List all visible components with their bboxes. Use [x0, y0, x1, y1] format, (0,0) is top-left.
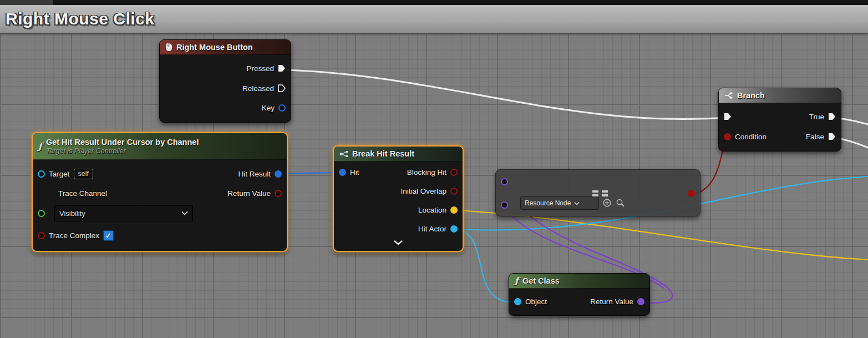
data-pin-trace-channel[interactable]	[38, 210, 45, 217]
window-top-segment	[0, 0, 53, 5]
equals-icon	[592, 189, 609, 197]
pin-label-initial-overlap: Initial Overlap	[400, 187, 446, 195]
pin-label-hit-actor: Hit Actor	[418, 225, 446, 233]
pin-label-location: Location	[418, 206, 446, 214]
data-pin-key[interactable]	[278, 104, 286, 112]
exec-pin-true[interactable]	[828, 113, 836, 120]
pin-label-target: Target	[49, 170, 70, 178]
node-header[interactable]: ƒ Get Hit Result Under Cursor by Channel…	[33, 133, 287, 160]
class-pin-input-b[interactable]	[501, 201, 508, 209]
mouse-icon	[165, 43, 172, 52]
data-pin-hit[interactable]	[339, 169, 346, 176]
exec-pin-pressed[interactable]	[278, 64, 286, 72]
trace-channel-value: Visibility	[59, 209, 85, 218]
trace-complex-checkbox[interactable]: ✓	[103, 230, 114, 241]
self-reference-box[interactable]: self	[74, 169, 93, 179]
data-pin-return-value[interactable]	[275, 190, 282, 197]
checkmark-icon: ✓	[105, 232, 111, 239]
graph-title-bar: Right Mouse Click	[0, 5, 868, 33]
graph-title: Right Mouse Click	[0, 9, 155, 28]
exec-pin-input[interactable]	[724, 113, 732, 120]
node-equal-class[interactable]: Resource Node	[495, 169, 701, 216]
node-right-mouse-button[interactable]: Right Mouse Button Pressed Released Key	[159, 39, 291, 123]
node-get-class[interactable]: ƒ Get Class Object Return Value	[509, 273, 650, 316]
data-pin-hit-actor[interactable]	[450, 225, 458, 233]
chevron-down-icon	[181, 211, 188, 215]
pin-label-trace-complex: Trace Complex	[49, 231, 99, 240]
node-title: Right Mouse Button	[176, 43, 253, 52]
pin-label-blocking-hit: Blocking Hit	[407, 168, 446, 176]
pin-label-hit-result: Hit Result	[238, 170, 271, 178]
node-header[interactable]: Right Mouse Button	[160, 40, 291, 55]
node-title: Get Hit Result Under Cursor by Channel	[46, 138, 199, 147]
function-icon: ƒ	[515, 277, 519, 285]
use-selected-asset-icon[interactable]	[602, 198, 612, 208]
data-pin-object[interactable]	[514, 298, 521, 305]
data-pin-hit-result[interactable]	[275, 170, 282, 178]
pin-label-true: True	[809, 113, 824, 121]
pin-label-pressed: Pressed	[246, 64, 274, 73]
data-pin-initial-overlap[interactable]	[450, 188, 458, 195]
node-header[interactable]: ƒ Get Class	[509, 274, 649, 289]
data-pin-location[interactable]	[450, 206, 458, 214]
node-title: Break Hit Result	[352, 149, 414, 158]
pin-label-false: False	[806, 133, 824, 141]
break-struct-icon	[339, 150, 348, 158]
pin-label-key: Key	[262, 104, 275, 112]
pin-label-hit: Hit	[350, 168, 359, 176]
data-pin-condition[interactable]	[724, 133, 731, 140]
node-header[interactable]: Break Hit Result	[334, 147, 463, 162]
data-pin-trace-complex[interactable]	[38, 232, 45, 239]
pin-label-return-value: Return Value	[227, 189, 271, 198]
class-pin-input-a[interactable]	[501, 178, 508, 185]
pin-label-condition: Condition	[735, 133, 767, 141]
node-header[interactable]: Branch	[719, 88, 841, 103]
exec-pin-false[interactable]	[828, 133, 836, 140]
trace-channel-dropdown[interactable]: Visibility	[54, 205, 193, 221]
data-pin-return-value[interactable]	[637, 298, 644, 305]
exec-pin-released[interactable]	[278, 84, 286, 92]
window-top-strip	[0, 0, 868, 5]
node-get-hit-result-under-cursor[interactable]: ƒ Get Hit Result Under Cursor by Channel…	[32, 132, 288, 252]
node-title: Get Class	[522, 276, 560, 285]
pin-label-released: Released	[242, 84, 274, 93]
class-picker-value: Resource Node	[525, 199, 571, 207]
data-pin-blocking-hit[interactable]	[450, 169, 458, 176]
node-title: Branch	[737, 91, 765, 100]
node-subtitle: Target is Player Controller	[46, 147, 199, 155]
function-icon: ƒ	[38, 143, 42, 150]
bool-pin-output[interactable]	[688, 190, 695, 197]
chevron-down-icon	[574, 201, 580, 205]
node-branch[interactable]: Branch True Condition False	[718, 88, 841, 152]
pin-label-trace-channel: Trace Channel	[58, 189, 107, 198]
pin-label-return-value: Return Value	[590, 297, 633, 306]
class-picker-dropdown[interactable]: Resource Node	[520, 196, 599, 210]
branch-icon	[724, 92, 733, 99]
blueprint-graph-editor: Right Mouse Button Pressed Released Key …	[0, 0, 868, 338]
expand-pins-chevron-icon[interactable]	[393, 240, 403, 245]
data-pin-target[interactable]	[38, 170, 45, 178]
pin-label-object: Object	[525, 297, 547, 306]
browse-asset-icon[interactable]	[616, 198, 625, 208]
node-break-hit-result[interactable]: Break Hit Result Hit Blocking Hit Initia…	[333, 145, 464, 252]
